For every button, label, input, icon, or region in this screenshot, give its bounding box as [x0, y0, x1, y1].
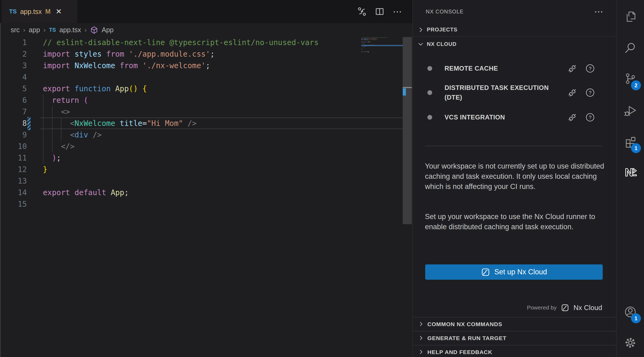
section-common-nx-commands[interactable]: COMMON NX COMMANDS	[413, 317, 616, 331]
minimap-current-line	[361, 45, 403, 46]
svg-text:?: ?	[589, 66, 591, 71]
section-nx-cloud[interactable]: NX CLOUD	[413, 37, 616, 51]
settings-gear-icon[interactable]	[623, 336, 637, 350]
powered-by-row: Powered by Nx Cloud	[527, 300, 602, 315]
code-line[interactable]: 14export default App;	[0, 187, 403, 198]
breadcrumb-app[interactable]: app	[29, 26, 40, 34]
nx-cloud-feature-label: REMOTE CACHE	[445, 64, 498, 73]
code-line[interactable]: 3import NxWelcome from './nx-welcome';	[0, 60, 403, 71]
line-number: 4	[0, 71, 27, 83]
help-question-icon[interactable]: ?	[585, 63, 595, 74]
nx-cloud-feature-item[interactable]: REMOTE CACHE ?	[413, 62, 616, 75]
connect-plug-icon[interactable]	[567, 63, 578, 74]
svg-text:?: ?	[589, 115, 591, 120]
close-tab-icon[interactable]: ✕	[56, 8, 62, 15]
breadcrumb-file[interactable]: app.tsx	[60, 26, 81, 34]
help-question-icon[interactable]: ?	[585, 88, 595, 98]
help-question-icon[interactable]: ?	[585, 112, 595, 122]
gutter	[27, 187, 40, 198]
breadcrumb-symbol[interactable]: App	[102, 26, 113, 34]
code-editor[interactable]: 1// eslint-disable-next-line @typescript…	[0, 37, 403, 210]
line-number: 7	[0, 106, 27, 118]
chevron-right-icon	[417, 26, 424, 33]
tab-bar: TS app.tsx M ✕ ⋯	[0, 0, 412, 23]
section-generate-run-target[interactable]: GENERATE & RUN TARGET	[413, 331, 616, 345]
code-line[interactable]: 4	[0, 71, 403, 83]
gutter	[27, 83, 40, 94]
section-help-and-feedback[interactable]: HELP AND FEEDBACK	[413, 345, 616, 357]
panel-title: NX CONSOLE	[413, 9, 464, 15]
run-debug-icon[interactable]	[623, 104, 637, 118]
gutter	[27, 71, 40, 83]
connect-plug-icon[interactable]	[567, 88, 578, 98]
code-line[interactable]: 13	[0, 175, 403, 187]
open-changes-icon[interactable]	[357, 6, 367, 17]
bullet-icon	[427, 66, 432, 71]
typescript-file-icon: TS	[49, 27, 56, 33]
split-editor-icon[interactable]	[374, 6, 385, 17]
gutter	[27, 129, 40, 141]
line-number: 11	[0, 152, 27, 164]
activity-bar: 2 1 1	[616, 0, 644, 357]
line-number: 9	[0, 129, 27, 141]
git-modified-gutter-marker	[27, 117, 31, 130]
code-line[interactable]: 9 <div />	[0, 129, 403, 141]
chevron-right-icon	[418, 321, 425, 328]
code-line[interactable]: 5export function App() {	[0, 83, 403, 94]
code-line[interactable]: 1// eslint-disable-next-line @typescript…	[0, 37, 403, 48]
editor-region: TS app.tsx M ✕ ⋯ src › app ›	[0, 0, 412, 357]
nx-cloud-feature-item[interactable]: DISTRIBUTED TASK EXECUTION (DTE) ?	[413, 82, 616, 103]
line-number: 3	[0, 60, 27, 71]
code-line[interactable]: 11 );	[0, 152, 403, 164]
nx-cloud-feature-item[interactable]: VCS INTEGRATION ?	[413, 111, 616, 124]
section-projects[interactable]: PROJECTS	[413, 23, 616, 37]
gutter	[27, 60, 40, 71]
source-control-badge: 2	[631, 81, 641, 90]
scrollbar-slider[interactable]	[403, 37, 412, 224]
gutter	[27, 175, 40, 187]
gutter	[27, 118, 40, 129]
overview-ruler-cursor-mark	[403, 87, 412, 88]
panel-more-actions-icon[interactable]: ⋯	[594, 0, 603, 23]
collapsed-section-label: COMMON NX COMMANDS	[427, 321, 502, 327]
more-actions-icon[interactable]: ⋯	[392, 6, 403, 17]
code-line[interactable]: 6 return (	[0, 94, 403, 106]
bullet-icon	[427, 115, 432, 120]
tab-app-tsx[interactable]: TS app.tsx M ✕	[2, 0, 77, 23]
setup-nx-cloud-button[interactable]: Set up Nx Cloud	[425, 264, 603, 280]
chevron-down-icon	[417, 41, 424, 48]
connect-plug-icon[interactable]	[567, 112, 578, 122]
line-number: 8	[0, 118, 27, 129]
code-line[interactable]: 10 </>	[0, 141, 403, 152]
code-line[interactable]: 15	[0, 198, 403, 210]
line-number: 13	[0, 175, 27, 187]
line-number: 1	[0, 37, 27, 48]
editor-scrollbar[interactable]	[403, 23, 412, 357]
breadcrumb: src › app › TS app.tsx › App	[0, 23, 412, 37]
gutter	[27, 141, 40, 152]
code-line[interactable]: 12}	[0, 164, 403, 175]
nx-cloud-brand-label: Nx Cloud	[573, 304, 602, 312]
minimap[interactable]: // eslint-disable-next-line @typescript-…	[361, 37, 403, 56]
line-number: 15	[0, 198, 27, 210]
bullet-icon	[427, 90, 432, 95]
section-projects-label: PROJECTS	[427, 27, 457, 33]
extensions-badge: 1	[631, 143, 641, 153]
explorer-icon[interactable]	[623, 10, 637, 24]
line-number: 14	[0, 187, 27, 198]
search-icon[interactable]	[623, 41, 637, 55]
tab-filename: app.tsx	[20, 8, 42, 16]
code-line[interactable]: 7 <>	[0, 106, 403, 118]
gutter	[27, 94, 40, 106]
setup-instruction-text: Set up your workspace to use the Nx Clou…	[425, 212, 605, 232]
breadcrumb-src[interactable]: src	[11, 26, 20, 34]
nx-console-icon[interactable]	[623, 165, 637, 179]
gutter	[27, 164, 40, 175]
symbol-cube-icon	[90, 26, 98, 34]
code-line[interactable]: 8 <NxWelcome title="Hi Mom" />	[0, 118, 403, 129]
code-line[interactable]: 2import styles from './app.module.css';	[0, 48, 403, 60]
account-badge: 1	[631, 314, 641, 323]
chevron-right-icon	[418, 349, 425, 356]
powered-by-label: Powered by	[527, 304, 557, 311]
panel-header: NX CONSOLE ⋯	[413, 0, 616, 23]
